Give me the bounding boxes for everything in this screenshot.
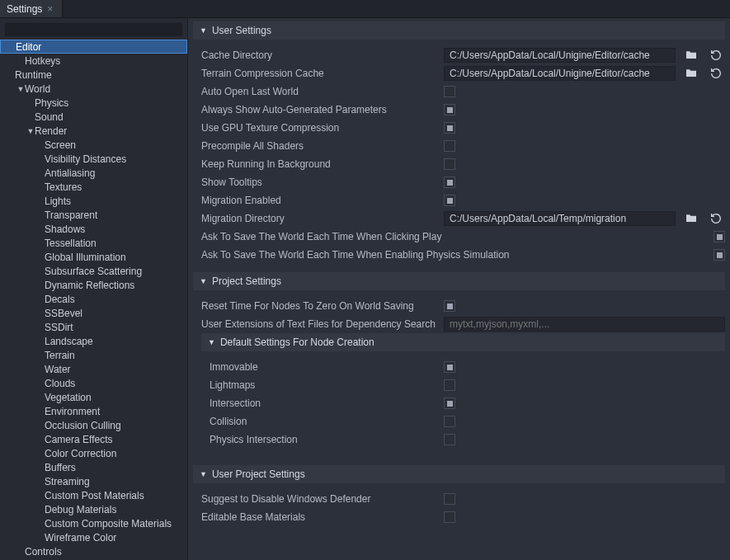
tree-item-world[interactable]: ▼World	[0, 82, 187, 96]
tree-item-water[interactable]: Water	[0, 362, 187, 376]
tree-item-editor[interactable]: Editor	[0, 40, 187, 54]
chevron-down-icon[interactable]: ▼	[16, 85, 25, 93]
tab-settings[interactable]: Settings ×	[0, 0, 63, 17]
tree-item-hotkeys[interactable]: Hotkeys	[0, 54, 187, 68]
tree-item-label: Dynamic Reflections	[45, 280, 134, 291]
section-user-project-settings[interactable]: ▼ User Project Settings	[193, 465, 725, 483]
tree-item-streaming[interactable]: Streaming	[0, 474, 187, 488]
physics-intersection-checkbox[interactable]	[444, 434, 455, 445]
tree-item-custom-composite-materials[interactable]: Custom Composite Materials	[0, 516, 187, 530]
tree-item-wireframe-color[interactable]: Wireframe Color	[0, 530, 187, 544]
chevron-down-icon[interactable]: ▼	[26, 127, 35, 135]
chevron-down-icon: ▼	[200, 277, 207, 285]
precompile-label: Precompile All Shaders	[193, 140, 437, 152]
folder-icon[interactable]	[682, 211, 700, 226]
reset-time-checkbox[interactable]	[444, 300, 455, 312]
tree-item-label: Render	[35, 125, 67, 137]
collision-checkbox[interactable]	[444, 416, 455, 427]
section-title: Default Settings For Node Creation	[220, 336, 374, 348]
tree-item-label: Camera Effects	[45, 434, 112, 445]
tree-item-clouds[interactable]: Clouds	[0, 376, 187, 390]
tree-item-color-correction[interactable]: Color Correction	[0, 446, 187, 460]
reset-icon[interactable]	[707, 48, 725, 63]
folder-icon[interactable]	[682, 48, 700, 63]
tree-item-buffers[interactable]: Buffers	[0, 460, 187, 474]
section-user-settings[interactable]: ▼ User Settings	[193, 21, 725, 40]
use-gpu-checkbox[interactable]	[444, 122, 455, 134]
collision-label: Collision	[193, 416, 437, 427]
editable-base-label: Editable Base Materials	[193, 511, 437, 523]
tree-item-dynamic-reflections[interactable]: Dynamic Reflections	[0, 278, 187, 292]
tree-item-subsurface-scattering[interactable]: Subsurface Scattering	[0, 264, 187, 278]
tree-item-label: Landscape	[45, 336, 93, 347]
tree-item-landscape[interactable]: Landscape	[0, 334, 187, 348]
tree-item-render[interactable]: ▼Render	[0, 124, 187, 138]
tree-item-runtime[interactable]: Runtime	[0, 68, 187, 82]
tree-item-label: Physics	[35, 97, 68, 109]
tree-item-screen[interactable]: Screen	[0, 138, 187, 152]
intersection-checkbox[interactable]	[444, 398, 455, 409]
user-ext-input[interactable]	[444, 317, 725, 332]
tree-item-physics[interactable]: Physics	[0, 96, 187, 110]
keep-running-checkbox[interactable]	[444, 158, 455, 170]
tree-item-controls[interactable]: Controls	[0, 544, 187, 558]
cache-directory-input[interactable]	[444, 48, 676, 63]
tree-item-decals[interactable]: Decals	[0, 292, 187, 306]
tree-item-custom-post-materials[interactable]: Custom Post Materials	[0, 488, 187, 502]
tree-item-label: Terrain	[45, 350, 75, 361]
section-default-node-creation[interactable]: ▼ Default Settings For Node Creation	[201, 333, 725, 351]
tree-item-occlusion-culling[interactable]: Occlusion Culling	[0, 418, 187, 432]
reset-icon[interactable]	[707, 66, 725, 81]
tree-item-label: Lights	[45, 195, 71, 207]
migration-dir-input[interactable]	[444, 211, 676, 226]
close-icon[interactable]: ×	[47, 3, 55, 15]
use-gpu-label: Use GPU Texture Compression	[193, 122, 437, 134]
terrain-cache-input[interactable]	[444, 66, 676, 81]
precompile-checkbox[interactable]	[444, 140, 455, 152]
auto-open-checkbox[interactable]	[444, 86, 455, 97]
folder-icon[interactable]	[682, 66, 700, 81]
user-ext-label: User Extensions of Text Files for Depend…	[193, 318, 437, 330]
ask-save-physics-checkbox[interactable]	[714, 249, 725, 261]
tree-item-label: Water	[45, 364, 71, 375]
tree-item-label: Visibility Distances	[45, 153, 126, 165]
editable-base-checkbox[interactable]	[444, 511, 455, 523]
tree-filter-input[interactable]	[5, 23, 182, 36]
tree-item-label: Global Illumination	[45, 252, 126, 263]
tree-item-ssdirt[interactable]: SSDirt	[0, 320, 187, 334]
physics-intersection-label: Physics Intersection	[193, 434, 437, 445]
tree-item-label: Custom Post Materials	[45, 490, 144, 501]
tree-item-tessellation[interactable]: Tessellation	[0, 236, 187, 250]
lightmaps-checkbox[interactable]	[444, 379, 455, 391]
tree-item-textures[interactable]: Textures	[0, 180, 187, 194]
migration-enabled-checkbox[interactable]	[444, 195, 455, 206]
tree-item-camera-effects[interactable]: Camera Effects	[0, 432, 187, 446]
tree-item-debug-materials[interactable]: Debug Materials	[0, 502, 187, 516]
tree-item-sound[interactable]: Sound	[0, 110, 187, 124]
tree-item-shadows[interactable]: Shadows	[0, 222, 187, 236]
tree-item-label: Streaming	[45, 476, 90, 487]
tree-item-label: Transparent	[45, 209, 97, 221]
migration-dir-label: Migration Directory	[193, 213, 437, 224]
tree-item-transparent[interactable]: Transparent	[0, 208, 187, 222]
ask-save-play-checkbox[interactable]	[714, 231, 725, 242]
reset-icon[interactable]	[707, 211, 725, 226]
tree-item-antialiasing[interactable]: Antialiasing	[0, 166, 187, 180]
tree-item-ssbevel[interactable]: SSBevel	[0, 306, 187, 320]
tree-item-visibility-distances[interactable]: Visibility Distances	[0, 152, 187, 166]
tree-item-label: Runtime	[15, 69, 52, 81]
migration-enabled-label: Migration Enabled	[193, 195, 437, 206]
tree-item-global-illumination[interactable]: Global Illumination	[0, 250, 187, 264]
tree-item-vegetation[interactable]: Vegetation	[0, 390, 187, 404]
tree-item-terrain[interactable]: Terrain	[0, 348, 187, 362]
tree-item-environment[interactable]: Environment	[0, 404, 187, 418]
tree-item-label: Vegetation	[45, 392, 92, 403]
tree-item-label: Screen	[45, 139, 76, 151]
suggest-defender-checkbox[interactable]	[444, 493, 455, 505]
show-tooltips-checkbox[interactable]	[444, 176, 455, 188]
always-show-checkbox[interactable]	[444, 104, 455, 115]
section-project-settings[interactable]: ▼ Project Settings	[193, 272, 725, 290]
immovable-label: Immovable	[193, 361, 437, 373]
immovable-checkbox[interactable]	[444, 361, 455, 373]
tree-item-lights[interactable]: Lights	[0, 194, 187, 208]
